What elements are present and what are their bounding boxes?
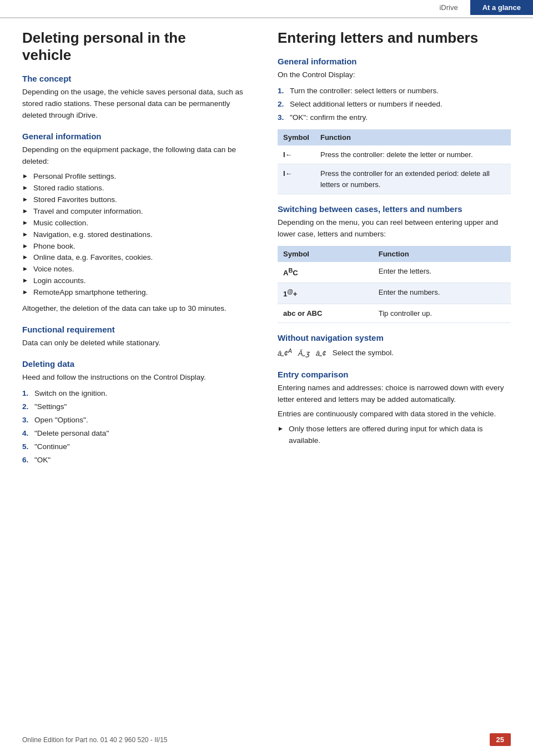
table-row: ABC Enter the letters. (278, 262, 511, 283)
general-info-heading-right: General information (278, 57, 511, 66)
list-item: 2. Select additional letters or numbers … (278, 99, 511, 110)
header-tabs: iDrive At a glance (427, 0, 533, 15)
symbol-table-2: Symbol Function ABC Enter the letters. 1… (278, 246, 511, 323)
table-row: 1@+ Enter the numbers. (278, 283, 511, 304)
table-row: abc or ABC Tip controller up. (278, 304, 511, 323)
page-number: 25 (490, 733, 511, 746)
symbol-cell: I← (278, 164, 315, 194)
function-cell: Press the controller for an extended per… (315, 164, 511, 194)
list-item: Travel and computer information. (22, 206, 255, 218)
main-content: Deleting personal in the vehicle The con… (0, 24, 533, 492)
left-column: Deleting personal in the vehicle The con… (22, 29, 255, 470)
page-header: iDrive At a glance (0, 0, 533, 18)
table-header-function: Function (373, 246, 511, 262)
symbol-cell: ABC (278, 262, 373, 283)
bullet-list: Personal Profile settings. Stored radio … (22, 171, 255, 299)
functional-req-heading: Functional requirement (22, 325, 255, 334)
functional-req-text: Data can only be deleted while stationar… (22, 337, 255, 349)
table-header-function: Function (315, 129, 511, 145)
table-header-symbol: Symbol (278, 246, 373, 262)
without-nav-text: â„¢A Ã„ʒ â„¢ Select the symbol. (278, 346, 511, 359)
list-item: Only those letters are offered during in… (278, 424, 511, 447)
table-header-symbol: Symbol (278, 129, 315, 145)
concept-text: Depending on the usage, the vehicle save… (22, 87, 255, 122)
symbol-table-1: Symbol Function I← Press the controller:… (278, 129, 511, 195)
bulk-text: Altogether, the deletion of the data can… (22, 303, 255, 315)
entry-comparison-text2: Entries are continuously compared with d… (278, 409, 511, 420)
deleting-data-text: Heed and follow the instructions on the … (22, 372, 255, 384)
general-info-text-left: Depending on the equipment package, the … (22, 144, 255, 168)
list-item: 4. "Delete personal data" (22, 428, 255, 440)
symbol-cell: I← (278, 145, 315, 164)
list-item: 1. Turn the controller: select letters o… (278, 85, 511, 97)
list-item: Online data, e.g. Favorites, cookies. (22, 252, 255, 264)
without-nav-heading: Without navigation system (278, 333, 511, 342)
list-item: Stored radio stations. (22, 183, 255, 194)
list-item: RemoteApp smartphone tethering. (22, 287, 255, 299)
list-item: 1. Switch on the ignition. (22, 388, 255, 400)
list-item: Login accounts. (22, 275, 255, 287)
header-idrive-tab: iDrive (427, 0, 470, 15)
list-item: 3. Open "Options". (22, 415, 255, 426)
concept-heading: The concept (22, 74, 255, 83)
list-item: Navigation, e.g. stored destinations. (22, 229, 255, 241)
right-page-title: Entering letters and numbers (278, 29, 511, 47)
general-info-heading-left: General information (22, 132, 255, 141)
function-cell: Enter the numbers. (373, 283, 511, 304)
list-item: 2. "Settings" (22, 401, 255, 413)
switching-heading: Switching between cases, letters and num… (278, 204, 511, 214)
switching-text: Depending on the menu, you can reel betw… (278, 217, 511, 240)
header-at-a-glance-tab: At a glance (470, 0, 533, 15)
symbol-cell: 1@+ (278, 283, 373, 304)
page-footer: Online Edition for Part no. 01 40 2 960 … (0, 733, 533, 746)
entry-comparison-heading: Entry comparison (278, 370, 511, 379)
list-item: Personal Profile settings. (22, 171, 255, 183)
list-item: Voice notes. (22, 264, 255, 275)
list-item: 3. "OK": confirm the entry. (278, 112, 511, 124)
function-cell: Enter the letters. (373, 262, 511, 283)
function-cell: Tip controller up. (373, 304, 511, 323)
deleting-data-heading: Deleting data (22, 359, 255, 369)
list-item: Stored Favorites buttons. (22, 194, 255, 206)
entry-comparison-bullets: Only those letters are offered during in… (278, 424, 511, 447)
steps-list: 1. Switch on the ignition. 2. "Settings"… (22, 388, 255, 466)
right-column: Entering letters and numbers General inf… (278, 29, 511, 470)
right-steps-list: 1. Turn the controller: select letters o… (278, 85, 511, 124)
list-item: 6. "OK" (22, 455, 255, 466)
entry-comparison-text1: Entering names and addresses: choice is … (278, 382, 511, 406)
symbol-cell: abc or ABC (278, 304, 373, 323)
list-item: 5. "Continue" (22, 441, 255, 453)
function-cell: Press the controller: delete the letter … (315, 145, 511, 164)
table-row: I← Press the controller: delete the lett… (278, 145, 511, 164)
list-item: Music collection. (22, 218, 255, 229)
table-row: I← Press the controller for an extended … (278, 164, 511, 194)
left-page-title: Deleting personal in the vehicle (22, 29, 255, 64)
general-info-intro: On the Control Display: (278, 69, 511, 81)
list-item: Phone book. (22, 241, 255, 253)
copyright-text: Online Edition for Part no. 01 40 2 960 … (22, 736, 168, 744)
